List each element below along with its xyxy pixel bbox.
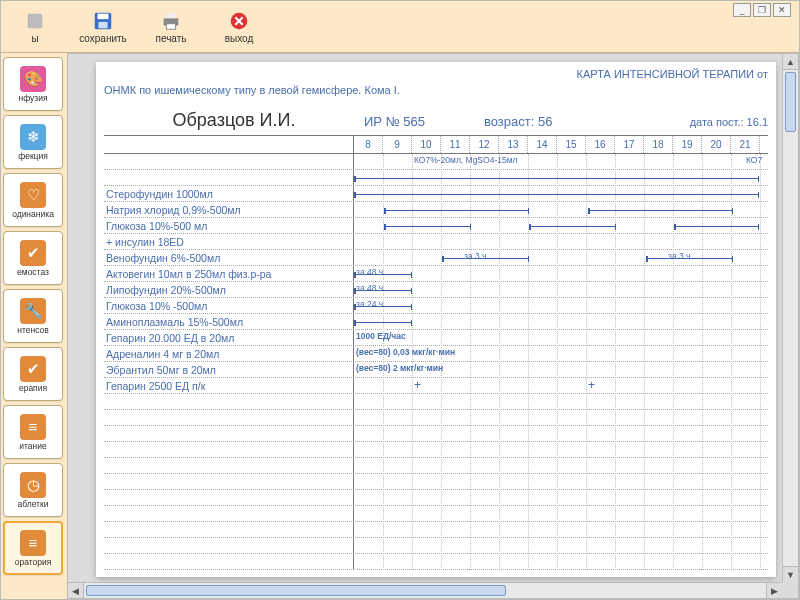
drug-label bbox=[104, 410, 354, 425]
therapy-chart: 89101112131415161718192021 КО7%-20мл, Mg… bbox=[104, 135, 768, 570]
sidebar-label: итание bbox=[19, 442, 46, 451]
timeline-cell bbox=[354, 170, 768, 185]
sidebar-item-итание[interactable]: ≡итание bbox=[3, 405, 63, 459]
timeline-cell: за 48 ч bbox=[354, 266, 768, 281]
chart-row: Глюкоза 10% -500млза 24 ч bbox=[104, 298, 768, 314]
save-icon bbox=[92, 10, 114, 32]
drug-label: Глюкоза 10%-500 мл bbox=[104, 218, 354, 233]
sidebar-item-ерапия[interactable]: ✔ерапия bbox=[3, 347, 63, 401]
timeline-cell bbox=[354, 314, 768, 329]
timeline-cell bbox=[354, 218, 768, 233]
scroll-right-icon[interactable]: ▶ bbox=[766, 583, 782, 598]
drug-label: Липофундин 20%-500мл bbox=[104, 282, 354, 297]
infusion-bar bbox=[384, 226, 471, 227]
drug-label bbox=[104, 426, 354, 441]
generic-icon bbox=[24, 10, 46, 32]
drug-label bbox=[104, 394, 354, 409]
snow-icon: ❄ bbox=[20, 124, 46, 150]
svg-rect-3 bbox=[98, 21, 107, 27]
chart-row: Гепарин 20.000 ЕД в 20мл1000 ЕД/час bbox=[104, 330, 768, 346]
svg-rect-2 bbox=[98, 13, 109, 19]
toolbar-label: печать bbox=[156, 33, 187, 44]
timeline-cell bbox=[354, 410, 768, 425]
horizontal-scrollbar[interactable]: ◀ ▶ bbox=[68, 582, 782, 598]
drug-label bbox=[104, 474, 354, 489]
drug-label: Аминоплазмаль 15%-500мл bbox=[104, 314, 354, 329]
timeline-cell: за 48 ч bbox=[354, 282, 768, 297]
timeline-cell bbox=[354, 442, 768, 457]
vertical-scrollbar[interactable]: ▲ ▼ bbox=[782, 54, 798, 582]
hour-cell: 12 bbox=[470, 136, 499, 153]
hour-cell: 21 bbox=[731, 136, 760, 153]
sidebar-item-нфузия[interactable]: 🎨нфузия bbox=[3, 57, 63, 111]
infusion-bar bbox=[354, 322, 412, 323]
chart-row bbox=[104, 170, 768, 186]
toolbar-generic[interactable]: ы bbox=[5, 4, 65, 50]
close-button[interactable]: ✕ bbox=[773, 3, 791, 17]
toolbar-label: сохранить bbox=[79, 33, 127, 44]
sidebar-item-нтенсов[interactable]: 🔧нтенсов bbox=[3, 289, 63, 343]
hour-cell: 19 bbox=[673, 136, 702, 153]
scroll-up-icon[interactable]: ▲ bbox=[783, 54, 798, 70]
maximize-button[interactable]: ❐ bbox=[753, 3, 771, 17]
svg-rect-0 bbox=[28, 13, 43, 28]
toolbar-save[interactable]: сохранить bbox=[73, 4, 133, 50]
sidebar-label: одинаника bbox=[12, 210, 54, 219]
hour-cell: 13 bbox=[499, 136, 528, 153]
annotation: за 24 ч bbox=[356, 299, 383, 309]
chart-row bbox=[104, 554, 768, 570]
hour-cell: 14 bbox=[528, 136, 557, 153]
plus-marker: + bbox=[588, 378, 595, 392]
infusion-bar bbox=[588, 210, 733, 211]
drug-label: Стерофундин 1000мл bbox=[104, 186, 354, 201]
annotation: (вес=80) 2 мкг/кг·мин bbox=[356, 363, 443, 373]
patient-ir: ИР № 565 bbox=[364, 114, 484, 129]
timeline-cell: КО7%-20мл, MgSO4-15млКО7 bbox=[354, 154, 768, 169]
annotation: КО7%-20мл, MgSO4-15мл bbox=[414, 155, 517, 165]
timeline-cell bbox=[354, 202, 768, 217]
toolbar-exit[interactable]: выход bbox=[209, 4, 269, 50]
timeline-cell bbox=[354, 506, 768, 521]
sidebar-label: нфузия bbox=[18, 94, 47, 103]
timeline-cell bbox=[354, 426, 768, 441]
chart-row bbox=[104, 394, 768, 410]
infusion-bar bbox=[529, 226, 616, 227]
scroll-thumb-h[interactable] bbox=[86, 585, 506, 596]
sidebar-item-фекция[interactable]: ❄фекция bbox=[3, 115, 63, 169]
drug-label: + инсулин 18ED bbox=[104, 234, 354, 249]
scroll-left-icon[interactable]: ◀ bbox=[68, 583, 84, 598]
chart-row bbox=[104, 506, 768, 522]
heart-icon: ♡ bbox=[20, 182, 46, 208]
admission-date: дата пост.: 16.1 bbox=[604, 116, 768, 128]
svg-rect-5 bbox=[166, 12, 175, 18]
timeline-cell bbox=[354, 554, 768, 569]
scroll-down-icon[interactable]: ▼ bbox=[783, 566, 798, 582]
sidebar-item-оратория[interactable]: ≡оратория bbox=[3, 521, 63, 575]
list-icon: ≡ bbox=[20, 414, 46, 440]
application-window: _ ❐ ✕ ысохранитьпечатьвыход 🎨нфузия❄фекц… bbox=[0, 0, 800, 600]
chart-row: + инсулин 18ED bbox=[104, 234, 768, 250]
annotation: (вес=80) 0,03 мкг/кг·мин bbox=[356, 347, 455, 357]
drug-label bbox=[104, 554, 354, 569]
sidebar-item-емостаз[interactable]: ✔емостаз bbox=[3, 231, 63, 285]
chart-row: КО7%-20мл, MgSO4-15млКО7 bbox=[104, 154, 768, 170]
patient-name: Образцов И.И. bbox=[104, 110, 364, 131]
sidebar-label: фекция bbox=[18, 152, 48, 161]
chart-row bbox=[104, 490, 768, 506]
timeline-cell bbox=[354, 394, 768, 409]
svg-rect-6 bbox=[166, 23, 175, 29]
hour-cell: 18 bbox=[644, 136, 673, 153]
toolbar-print[interactable]: печать bbox=[141, 4, 201, 50]
timeline-cell: за 3 чза 3 ч bbox=[354, 250, 768, 265]
sidebar-label: ерапия bbox=[19, 384, 47, 393]
diagnosis-text: ОНМК по ишемическому типу в левой гемисф… bbox=[104, 84, 768, 96]
timeline-cell bbox=[354, 490, 768, 505]
sidebar-item-аблетки[interactable]: ◷аблетки bbox=[3, 463, 63, 517]
hour-cell: 17 bbox=[615, 136, 644, 153]
plus-marker: + bbox=[414, 378, 421, 392]
minimize-button[interactable]: _ bbox=[733, 3, 751, 17]
sidebar-item-одинаника[interactable]: ♡одинаника bbox=[3, 173, 63, 227]
chart-row bbox=[104, 410, 768, 426]
drug-label: Глюкоза 10% -500мл bbox=[104, 298, 354, 313]
scroll-thumb-v[interactable] bbox=[785, 72, 796, 132]
